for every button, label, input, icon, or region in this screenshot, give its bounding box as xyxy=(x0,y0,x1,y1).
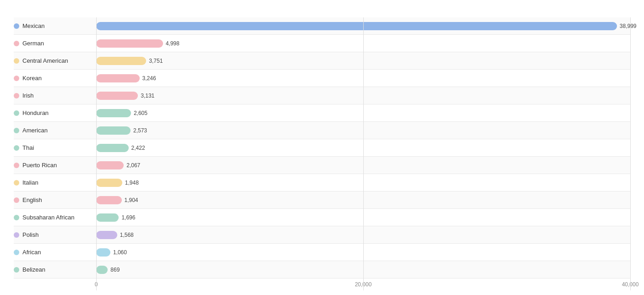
table-row: German 4,998 xyxy=(14,35,630,52)
table-row: Puerto Rican 2,067 xyxy=(14,157,630,174)
bar-container: 2,067 xyxy=(96,160,630,170)
bar xyxy=(96,74,140,82)
x-tick-label: 20,000 xyxy=(355,281,372,288)
table-row: Thai 2,422 xyxy=(14,139,630,157)
dot-icon xyxy=(14,23,19,29)
label-area: Irish xyxy=(14,92,96,99)
bar-value: 2,067 xyxy=(126,162,140,169)
label-area: Puerto Rican xyxy=(14,162,96,169)
bar xyxy=(96,39,163,48)
x-tick-label: 0 xyxy=(95,281,98,288)
bar-container: 1,696 xyxy=(96,213,630,223)
label-area: Polish xyxy=(14,231,96,238)
label-area: Subsaharan African xyxy=(14,214,96,221)
bar xyxy=(96,22,617,30)
table-row: Irish 3,131 xyxy=(14,87,630,104)
label-area: English xyxy=(14,197,96,203)
bar-value: 3,131 xyxy=(141,93,154,99)
bar-value: 1,568 xyxy=(120,232,134,238)
bar-value: 1,948 xyxy=(125,180,139,186)
bar-value: 38,999 xyxy=(620,23,637,29)
table-row: English 1,904 xyxy=(14,191,630,209)
bar xyxy=(96,144,129,152)
dot-icon xyxy=(14,250,19,255)
table-row: Italian 1,948 xyxy=(14,174,630,191)
label-area: Central American xyxy=(14,57,96,64)
bar-container: 1,948 xyxy=(96,178,630,188)
dot-icon xyxy=(14,145,19,151)
bar-container: 1,568 xyxy=(96,230,630,240)
label-area: Korean xyxy=(14,75,96,82)
bar xyxy=(96,57,146,65)
bar-container: 1,904 xyxy=(96,195,630,205)
bar-value: 2,573 xyxy=(133,127,147,134)
x-tick-label: 40,000 xyxy=(622,281,639,288)
dot-icon xyxy=(14,110,19,116)
table-row: African 1,060 xyxy=(14,244,630,261)
x-axis: 020,00040,000 xyxy=(96,281,630,290)
bar-container: 3,751 xyxy=(96,56,630,66)
table-row: Subsaharan African 1,696 xyxy=(14,209,630,226)
bar-label: Polish xyxy=(22,231,38,238)
dot-icon xyxy=(14,163,19,168)
bars-container: Mexican 38,999 German 4,998 Central Amer… xyxy=(14,17,630,279)
bar xyxy=(96,126,131,135)
bar-label: Mexican xyxy=(22,22,44,29)
dot-icon xyxy=(14,215,19,220)
dot-icon xyxy=(14,41,19,46)
bar-label: Thai xyxy=(22,144,34,151)
bar-label: English xyxy=(22,197,42,203)
bar-container: 869 xyxy=(96,265,630,275)
table-row: Polish 1,568 xyxy=(14,226,630,244)
label-area: African xyxy=(14,249,96,256)
dot-icon xyxy=(14,58,19,64)
bar-container: 1,060 xyxy=(96,247,630,257)
bar-label: German xyxy=(22,40,44,47)
bar-label: African xyxy=(22,249,41,256)
bar-label: Italian xyxy=(22,179,38,186)
bar xyxy=(96,248,110,257)
bar xyxy=(96,196,122,204)
label-area: American xyxy=(14,127,96,134)
dot-icon xyxy=(14,180,19,186)
bar xyxy=(96,266,108,274)
bar-label: Central American xyxy=(22,57,68,64)
bar-value: 2,605 xyxy=(134,110,147,116)
bar-label: Subsaharan African xyxy=(22,214,74,221)
bar xyxy=(96,92,138,100)
label-area: German xyxy=(14,40,96,47)
bar-value: 4,998 xyxy=(166,40,180,47)
bar-label: Belizean xyxy=(22,266,45,273)
bar-value: 3,246 xyxy=(142,75,156,82)
bar-value: 3,751 xyxy=(149,58,163,64)
bar-container: 38,999 xyxy=(96,21,630,31)
grid-line xyxy=(630,17,631,290)
label-area: Mexican xyxy=(14,22,96,29)
label-area: Belizean xyxy=(14,266,96,273)
dot-icon xyxy=(14,128,19,133)
label-area: Italian xyxy=(14,179,96,186)
bar-label: Honduran xyxy=(22,109,49,116)
bar-value: 1,696 xyxy=(121,214,135,221)
bar xyxy=(96,109,131,117)
bar-container: 2,573 xyxy=(96,126,630,136)
bar-container: 4,998 xyxy=(96,38,630,49)
table-row: Belizean 869 xyxy=(14,261,630,279)
bar-value: 869 xyxy=(110,267,120,273)
table-row: Central American 3,751 xyxy=(14,52,630,70)
dot-icon xyxy=(14,76,19,81)
bar xyxy=(96,179,122,187)
bar-value: 1,060 xyxy=(113,249,127,256)
dot-icon xyxy=(14,197,19,203)
dot-icon xyxy=(14,93,19,98)
table-row: American 2,573 xyxy=(14,122,630,139)
table-row: Mexican 38,999 xyxy=(14,17,630,35)
table-row: Korean 3,246 xyxy=(14,70,630,87)
dot-icon xyxy=(14,232,19,238)
bar-label: American xyxy=(22,127,48,134)
bar-container: 2,422 xyxy=(96,143,630,153)
bar xyxy=(96,231,117,239)
chart-wrapper: Mexican 38,999 German 4,998 Central Amer… xyxy=(14,9,630,290)
bar-label: Puerto Rican xyxy=(22,162,57,169)
label-area: Thai xyxy=(14,144,96,151)
